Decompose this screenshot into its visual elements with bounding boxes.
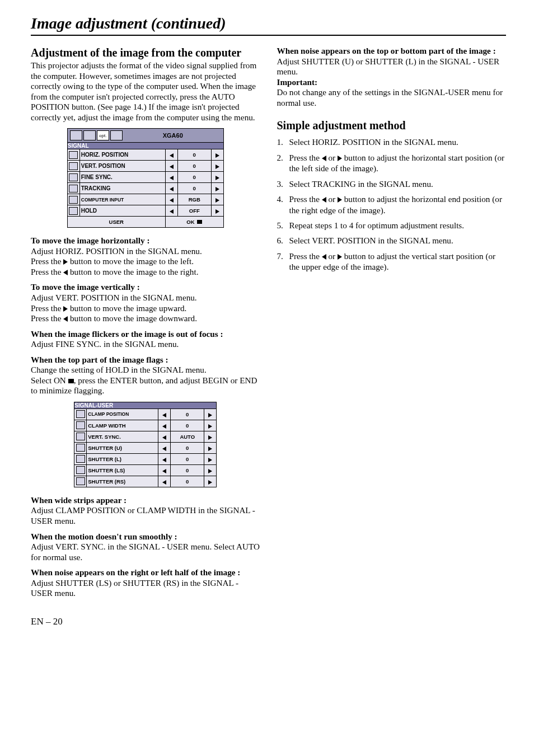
osd-section-header: SIGNAL [67,143,223,149]
osd2-row-value: AUTO [171,431,204,442]
noise-rl-body: Adjust SHUTTER (LS) or SHUTTER (RS) in t… [31,578,260,599]
page-number: EN – 20 [31,616,506,627]
left-triangle-icon [162,447,166,451]
flags-line2: Select ON , press the ENTER button, and … [31,375,260,396]
page-container: Image adjustment (continued) Adjustment … [31,15,506,627]
right-triangle-icon [216,198,219,203]
noise-rl-block: When noise appears on the right or left … [31,567,260,599]
osd-row: VERT. POSITION 0 [67,161,223,172]
step-item: 5. Repeat steps 1 to 4 for optimum adjus… [277,220,507,231]
step-text: Repeat steps 1 to 4 for optimum adjustme… [289,220,507,231]
right-triangle-icon [208,435,212,440]
left-triangle-icon [322,254,326,260]
move-h-title: To move the image horizontally : [31,236,260,246]
osd2-row: SHUTTER (RS) 0 [74,476,217,487]
move-v-line2: Press the button to move the image upwar… [31,303,260,314]
osd-row-label: FINE SYNC. [79,172,165,183]
enter-icon [68,379,74,383]
osd-row-icon [76,433,85,440]
signal-user-menu-figure: SIGNAL-USER CLAMP POSITION 0 CLAMP WIDTH… [31,402,260,487]
wide-strips-block: When wide strips appear : Adjust CLAMP P… [31,495,260,527]
osd-row-icon [76,410,85,418]
osd2-row-value: 0 [171,408,204,420]
right-triangle-icon [216,209,219,214]
step-number: 2. [277,152,289,174]
osd2-row: CLAMP POSITION 0 [74,408,217,420]
left-triangle-icon [170,209,174,214]
flicker-body: Adjust FINE SYNC. in the SIGNAL menu. [31,339,260,350]
signal-menu-figure: opt. XGA60 SIGNAL HORIZ. POSITION 0 [31,128,260,228]
osd2-row: SHUTTER (U) 0 [74,442,217,453]
osd2-row-label: SHUTTER (RS) [87,476,158,487]
osd-row-value: 0 [177,172,211,183]
step-text: Press the or button to adjust the horizo… [289,194,507,215]
flags-title: When the top part of the image flags : [31,355,260,365]
osd-row-icon [76,455,85,463]
move-v-title: To move the image vertically : [31,282,260,293]
osd2-row-label: CLAMP POSITION [87,408,158,420]
step-item: 7. Press the or button to adjust the ver… [277,251,507,273]
osd2-row-value: 0 [171,420,204,431]
motion-title: When the motion doesn't run smoothly : [31,532,260,542]
osd-footer-row: USER OK [67,217,223,228]
title-rule [31,35,506,36]
move-v-line3: Press the button to move the image downw… [31,313,260,324]
osd-footer-ok: OK [165,217,223,228]
osd-row-value: 0 [177,161,211,172]
step-item: 2. Press the or button to adjust the hor… [277,152,507,174]
step-item: 1. Select HORIZ. POSITION in the SIGNAL … [277,137,507,147]
step-number: 5. [277,220,289,231]
left-triangle-icon [170,176,174,180]
osd2-row: CLAMP WIDTH 0 [74,420,217,431]
osd-row-icon [76,477,85,485]
osd2-row-value: 0 [171,442,204,453]
osd2-row-label: CLAMP WIDTH [87,420,158,431]
noise-tb-body: Adjust SHUTTER (U) or SHUTTER (L) in the… [277,57,507,77]
osd2-row: VERT. SYNC. AUTO [74,431,217,442]
flicker-title: When the image flickers or the image is … [31,329,260,340]
osd-row-value: 0 [177,149,211,161]
right-triangle-icon [338,254,342,260]
osd-footer-user: USER [67,217,165,228]
osd-row: HOLD OFF [67,205,223,217]
adjustment-body: This projector adjusts the format of the… [31,60,260,123]
osd-row-value: RGB [177,194,211,205]
step-text: Select VERT. POSITION in the SIGNAL menu… [289,235,507,246]
flicker-block: When the image flickers or the image is … [31,329,260,350]
move-h-line1: Adjust HORIZ. POSITION in the SIGNAL men… [31,246,260,257]
osd-row-value: 0 [177,183,211,194]
move-horizontally-block: To move the image horizontally : Adjust … [31,236,260,277]
noise-rl-title: When noise appears on the right or left … [31,567,260,578]
step-number: 4. [277,194,289,215]
noise-tb-block: When noise appears on the top or bottom … [277,46,507,108]
right-triangle-icon [208,458,212,462]
step-text: Press the or button to adjust the horizo… [289,152,507,174]
left-triangle-icon [170,153,174,158]
flags-block: When the top part of the image flags : C… [31,355,260,396]
right-triangle-icon [216,153,219,158]
important-body: Do not change any of the settings in the… [277,87,507,108]
step-number: 3. [277,179,289,189]
simple-adjustment-heading: Simple adjustment method [277,119,507,132]
step-number: 1. [277,137,289,147]
osd2-row-label: SHUTTER (U) [87,442,158,453]
left-triangle-icon [162,469,166,473]
steps-list: 1. Select HORIZ. POSITION in the SIGNAL … [277,137,507,273]
osd2-row-label: VERT. SYNC. [87,431,158,442]
important-title: Important: [277,77,507,88]
left-triangle-icon [322,156,326,161]
left-triangle-icon [162,413,166,417]
right-triangle-icon [338,156,342,161]
left-triangle-icon [170,165,174,169]
osd2-row-label: SHUTTER (LS) [87,464,158,476]
page-title: Image adjustment (continued) [31,15,506,32]
move-v-line1: Adjust VERT. POSITION in the SIGNAL menu… [31,293,260,303]
left-triangle-icon [162,424,166,429]
wide-strips-body: Adjust CLAMP POSITION or CLAMP WIDTH in … [31,505,260,526]
osd2-section-header: SIGNAL-USER [74,402,217,408]
osd2-row: SHUTTER (L) 0 [74,453,217,464]
osd-row-label: HOLD [79,205,165,217]
osd-row-label: VERT. POSITION [79,161,165,172]
osd-row-icon [69,207,78,215]
right-triangle-icon [208,447,212,451]
